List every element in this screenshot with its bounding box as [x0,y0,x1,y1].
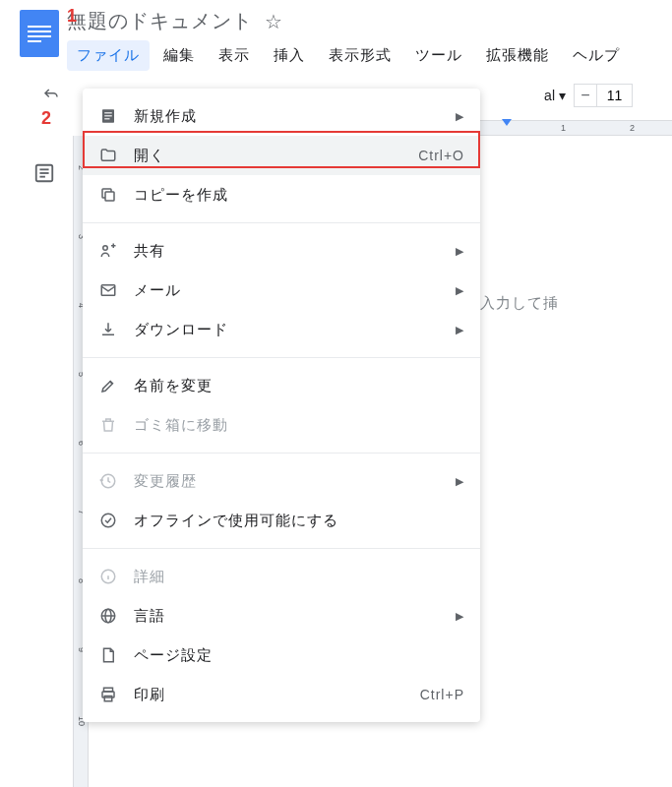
folder-icon [98,146,118,165]
header: 無題のドキュメント ☆ ファイル 編集 表示 挿入 表示形式 ツール 拡張機能 … [0,0,672,71]
copy-icon [98,185,118,205]
menu-offline[interactable]: オフラインで使用可能にする [83,501,480,540]
menu-page-setup[interactable]: ページ設定 [83,636,480,675]
print-icon [98,685,118,704]
menu-open[interactable]: 開く Ctrl+O [83,136,480,175]
chevron-right-icon: ▶ [456,110,464,123]
svg-rect-8 [105,192,114,201]
file-menu-dropdown: 新規作成 ▶ 開く Ctrl+O コピーを作成 共有 ▶ メール ▶ ダウンロー… [83,89,480,722]
download-icon [98,320,118,339]
star-icon[interactable]: ☆ [265,10,282,33]
menubar: ファイル 編集 表示 挿入 表示形式 ツール 拡張機能 ヘルプ [67,40,672,71]
menu-help[interactable]: ヘルプ [563,40,630,71]
menu-extensions[interactable]: 拡張機能 [476,40,559,71]
menu-trash: ゴミ箱に移動 [83,405,480,445]
page-icon [98,645,118,665]
menu-file[interactable]: ファイル [67,40,150,71]
divider [83,548,480,549]
doc-icon [98,106,118,126]
svg-point-13 [101,514,115,527]
menu-print[interactable]: 印刷 Ctrl+P [83,675,480,714]
svg-rect-5 [104,112,112,113]
font-size-decrease[interactable]: − [574,84,597,107]
menu-tools[interactable]: ツール [405,40,472,71]
font-dropdown[interactable]: al ▾ [544,88,566,103]
outline-button[interactable] [27,155,62,191]
divider [83,357,480,358]
indent-marker[interactable] [502,119,512,126]
offline-icon [98,511,118,530]
chevron-right-icon: ▶ [456,284,464,297]
menu-language[interactable]: 言語 ▶ [83,596,480,636]
menu-make-copy[interactable]: コピーを作成 [83,175,480,214]
document-title[interactable]: 無題のドキュメント [67,8,253,34]
chevron-right-icon: ▶ [456,475,464,488]
chevron-down-icon: ▾ [559,88,566,103]
annotation-2: 2 [41,108,51,129]
divider [83,453,480,454]
history-icon [98,471,118,491]
menu-format[interactable]: 表示形式 [319,40,401,71]
chevron-right-icon: ▶ [456,245,464,258]
globe-icon [98,606,118,626]
undo-button[interactable] [39,84,63,107]
menu-details: 詳細 [83,557,480,596]
share-icon [98,241,118,261]
svg-rect-7 [104,118,109,119]
mail-icon [98,280,118,300]
menu-new[interactable]: 新規作成 ▶ [83,96,480,136]
rename-icon [98,376,118,395]
menu-edit[interactable]: 編集 [153,40,205,71]
menu-download[interactable]: ダウンロード ▶ [83,310,480,349]
menu-view[interactable]: 表示 [209,40,260,71]
menu-share[interactable]: 共有 ▶ [83,231,480,271]
divider [83,222,480,223]
info-icon [98,567,118,586]
chevron-right-icon: ▶ [456,610,464,623]
menu-rename[interactable]: 名前を変更 [83,366,480,405]
chevron-right-icon: ▶ [456,324,464,336]
docs-logo[interactable] [20,10,59,57]
font-size-value[interactable]: 11 [597,84,633,107]
menu-insert[interactable]: 挿入 [264,40,315,71]
menu-version-history: 変更履歴 ▶ [83,461,480,501]
annotation-1: 1 [67,6,77,27]
trash-icon [98,415,118,435]
svg-rect-6 [104,115,112,116]
menu-email[interactable]: メール ▶ [83,271,480,310]
svg-point-9 [103,246,108,251]
